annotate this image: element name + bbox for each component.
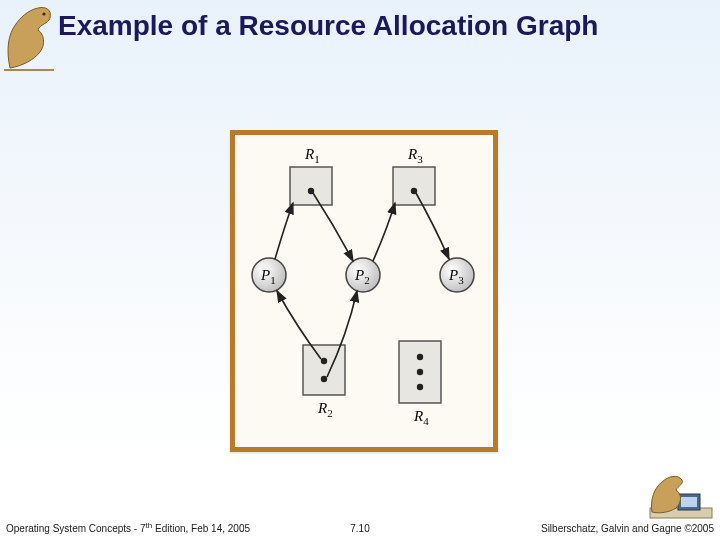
resource-R1: R1 [290, 146, 332, 205]
svg-rect-7 [393, 167, 435, 205]
resource-R2: R2 [303, 345, 345, 419]
svg-text:R2: R2 [317, 400, 333, 419]
footer-left: Operating System Concepts - 7th Edition,… [6, 521, 250, 534]
resource-R1-label-prefix: R [304, 146, 314, 162]
process-P3-label-sub: 3 [458, 274, 464, 286]
resource-R4-label-prefix: R [413, 408, 423, 424]
edge-R2-P1 [277, 291, 321, 359]
footer-left-suffix: Edition, Feb 14, 2005 [152, 523, 250, 534]
svg-point-23 [417, 384, 423, 390]
svg-text:R1: R1 [304, 146, 320, 165]
process-P3-label-prefix: P [448, 267, 458, 283]
svg-rect-3 [681, 497, 697, 507]
process-P1-label-prefix: P [260, 267, 270, 283]
textbook-logo-bottom [648, 468, 714, 522]
svg-text:R3: R3 [407, 146, 423, 165]
svg-rect-4 [290, 167, 332, 205]
resource-R4-label-sub: 4 [423, 415, 429, 427]
resource-R3-label-prefix: R [407, 146, 417, 162]
process-P2-label-sub: 2 [364, 274, 370, 286]
footer-copyright: Silberschatz, Galvin and Gagne ©2005 [541, 523, 714, 534]
resource-R1-label-sub: 1 [314, 153, 320, 165]
resource-R3: R3 [393, 146, 435, 205]
process-P2: P2 [346, 258, 380, 292]
svg-point-17 [321, 358, 327, 364]
resource-R4: R4 [399, 341, 441, 427]
footer-left-prefix: Operating System Concepts - 7 [6, 523, 146, 534]
edge-R1-P2 [313, 193, 353, 261]
resource-R2-label-prefix: R [317, 400, 327, 416]
svg-text:R4: R4 [413, 408, 429, 427]
svg-rect-16 [303, 345, 345, 395]
svg-point-0 [42, 12, 45, 15]
process-P3: P3 [440, 258, 474, 292]
svg-point-21 [417, 354, 423, 360]
resource-R2-label-sub: 2 [327, 407, 333, 419]
process-P1: P1 [252, 258, 286, 292]
edge-P1-R1 [275, 203, 293, 259]
edge-P2-R3 [373, 203, 395, 261]
svg-point-18 [321, 376, 327, 382]
svg-point-22 [417, 369, 423, 375]
resource-R3-label-sub: 3 [417, 153, 423, 165]
slide-title: Example of a Resource Allocation Graph [58, 10, 700, 42]
process-P2-label-prefix: P [354, 267, 364, 283]
textbook-logo-top [0, 0, 56, 72]
footer-slide-number: 7.10 [350, 523, 369, 534]
process-P1-label-sub: 1 [270, 274, 276, 286]
resource-allocation-graph: R1 R3 P1 P2 P3 R2 [230, 130, 498, 452]
